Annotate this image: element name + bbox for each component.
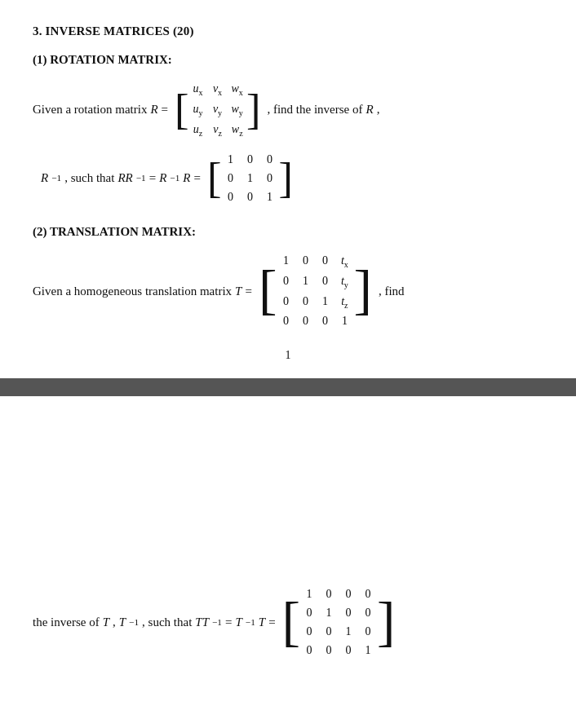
right-bracket: ] — [246, 91, 260, 128]
translation-matrix: [ 1 0 0 tx 0 1 0 ty 0 0 1 tz 0 0 0 — [259, 250, 372, 332]
page-bottom-content: the inverse of T, T−1 , such that TT−1 =… — [0, 396, 576, 685]
page-number: 1 — [33, 349, 543, 362]
right-bracket: ] — [377, 601, 395, 644]
identity-matrix-cells: 1 0 0 0 1 0 0 0 1 — [221, 149, 278, 207]
translation-given-line: Given a homogeneous translation matrix T… — [33, 250, 543, 332]
identity-matrix-4x4-cells: 1 0 0 0 0 1 0 0 0 0 1 0 0 0 0 1 — [300, 584, 377, 660]
translation-inverse-line: the inverse of T, T−1 , such that TT−1 =… — [33, 584, 543, 660]
left-bracket: [ — [282, 601, 300, 644]
section-title: 3. INVERSE MATRICES (20) — [33, 24, 543, 38]
section-number: 3. — [33, 24, 42, 38]
left-bracket: [ — [259, 269, 277, 312]
rotation-matrix: [ ux vx wx uy vy wy uz vz wz ] — [175, 78, 260, 141]
rotation-matrix-cells: ux vx wx uy vy wy uz vz wz — [189, 78, 246, 141]
section-heading: INVERSE MATRICES (20) — [45, 24, 193, 38]
subsection1-title: (1) ROTATION MATRIX: — [33, 53, 543, 67]
translation-matrix-cells: 1 0 0 tx 0 1 0 ty 0 0 1 tz 0 0 0 1 — [277, 250, 353, 332]
identity-matrix-3x3: [ 1 0 0 0 1 0 0 0 1 ] — [207, 149, 293, 207]
subsection2-title: (2) TRANSLATION MATRIX: — [33, 225, 543, 239]
left-bracket: [ — [175, 91, 188, 128]
page-content: 3. INVERSE MATRICES (20) (1) ROTATION MA… — [0, 0, 576, 362]
rotation-inverse-line: R−1 , such that RR−1 = R−1R = [ 1 0 0 0 … — [41, 149, 543, 207]
page-divider — [0, 378, 576, 396]
translation-block: (2) TRANSLATION MATRIX: Given a homogene… — [33, 225, 543, 332]
left-bracket: [ — [207, 160, 221, 196]
rotation-block: (1) ROTATION MATRIX: Given a rotation ma… — [33, 53, 543, 207]
right-bracket: ] — [278, 160, 292, 196]
identity-matrix-4x4: [ 1 0 0 0 0 1 0 0 0 0 1 0 0 0 0 1 ] — [282, 584, 396, 660]
rotation-given-line: Given a rotation matrix R = [ ux vx wx u… — [33, 78, 543, 141]
right-bracket: ] — [353, 269, 371, 312]
